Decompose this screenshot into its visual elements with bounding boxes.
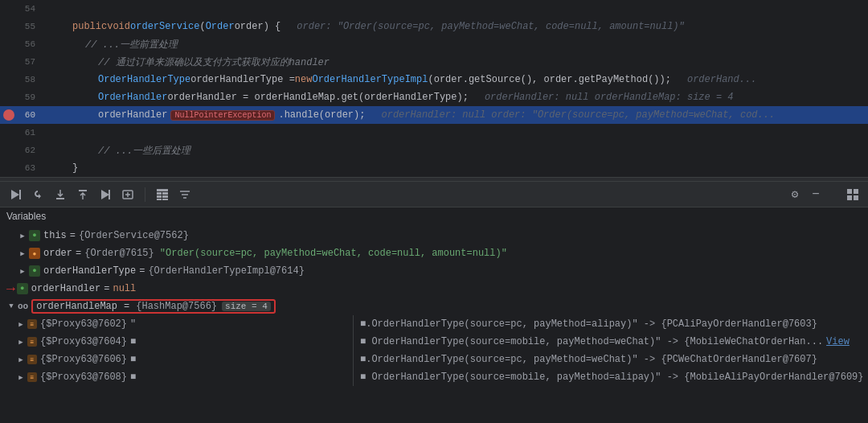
debug-toolbar: ⚙ − bbox=[0, 182, 868, 207]
map-entry-0[interactable]: ≡ {$Proxy63@7602} " bbox=[0, 315, 353, 333]
code-text: ( bbox=[199, 21, 205, 32]
entry-separator-3: ■ bbox=[130, 372, 136, 383]
comment-62: // ...一些后置处理 bbox=[98, 144, 190, 158]
map-entries-area: ≡ {$Proxy63@7602} " ≡ {$Proxy63@7604} ■ bbox=[0, 315, 868, 386]
svg-rect-7 bbox=[157, 189, 168, 191]
line-gutter-61: 61 bbox=[0, 128, 47, 138]
svg-rect-19 bbox=[847, 195, 852, 200]
entry-separator-1: ■ bbox=[130, 336, 136, 347]
run-to-cursor-icon bbox=[99, 188, 112, 201]
var-value-this: {OrderService@7562} bbox=[79, 230, 189, 241]
line-num-55: 55 bbox=[16, 22, 35, 31]
code-editor: 54 55 public void orderService ( Order o… bbox=[0, 0, 868, 177]
map-entry-3[interactable]: ≡ {$Proxy63@7608} ■ bbox=[0, 368, 353, 386]
run-to-cursor-button[interactable] bbox=[96, 186, 114, 203]
code-line-55: 55 public void orderService ( Order orde… bbox=[0, 18, 868, 35]
layout-icon bbox=[846, 188, 859, 201]
variables-panel: Variables ● this = {OrderService@7562} ●… bbox=[0, 207, 868, 423]
debug-hint-58: orderHand... bbox=[687, 74, 756, 85]
line-gutter-59: 59 bbox=[0, 92, 47, 102]
var-icon-order: ● bbox=[29, 248, 40, 259]
method-name: orderService bbox=[130, 21, 199, 32]
code-content-63: } bbox=[47, 162, 862, 174]
line-num-58: 58 bbox=[16, 75, 35, 84]
step-out-icon bbox=[76, 188, 89, 201]
var-icon-handlertype: ● bbox=[29, 265, 40, 277]
code-content-59: OrderHandler orderHandler = orderHandleM… bbox=[47, 92, 862, 103]
map-entries-left: ≡ {$Proxy63@7602} " ≡ {$Proxy63@7604} ■ bbox=[0, 315, 354, 386]
right-value-0: ■.OrderHandlerType(source=pc, payMethod=… bbox=[360, 318, 817, 330]
code-58-2: (order.getSource(), order.getPayMethod()… bbox=[428, 74, 670, 85]
svg-rect-10 bbox=[157, 195, 162, 198]
line-num-61: 61 bbox=[16, 128, 35, 138]
comment-56: // ...一些前置处理 bbox=[85, 38, 178, 51]
resume-button[interactable] bbox=[6, 186, 24, 203]
step-into-button[interactable] bbox=[51, 186, 69, 203]
code-content-62: // ...一些后置处理 bbox=[47, 144, 862, 158]
right-value-3: ■ OrderHandlerType(source=mobile, payMet… bbox=[360, 372, 864, 383]
entry-icon-2: ≡ bbox=[27, 355, 37, 364]
bottom-panel: ⚙ − Variables ● th bbox=[0, 182, 868, 423]
var-row-orderHandlerType[interactable]: ● orderHandlerType = {OrderHandlerTypeIm… bbox=[0, 262, 868, 280]
var-name-order: order bbox=[43, 248, 72, 259]
settings-button[interactable]: ⚙ bbox=[786, 186, 804, 203]
minimize-button[interactable]: − bbox=[807, 186, 825, 203]
var-row-this[interactable]: ● this = {OrderService@7562} bbox=[0, 227, 868, 244]
right-entry-3[interactable]: ■ OrderHandlerType(source=mobile, payMet… bbox=[354, 368, 868, 386]
svg-rect-11 bbox=[162, 195, 168, 198]
resume-icon bbox=[9, 188, 22, 201]
line-num-59: 59 bbox=[16, 92, 35, 102]
line-gutter-63: 63 bbox=[0, 163, 47, 173]
var-name-handler: orderHandler bbox=[31, 283, 100, 294]
var-value-order: {Order@7615} "Order(source=pc, payMethod… bbox=[84, 248, 507, 259]
entry-expand-0 bbox=[16, 319, 26, 329]
keyword-new-58: new bbox=[295, 74, 313, 85]
table-view-button[interactable] bbox=[154, 186, 171, 203]
expand-icon-order bbox=[18, 248, 27, 258]
code-59: orderHandler = orderHandleMap.get(orderH… bbox=[167, 92, 468, 103]
entry-key-1: {$Proxy63@7604} bbox=[40, 336, 127, 347]
var-row-orderHandleMap[interactable]: oo orderHandleMap = {HashMap@7566} size … bbox=[0, 298, 868, 315]
var-eq-handler: = bbox=[104, 283, 109, 294]
step-out-button[interactable] bbox=[74, 186, 92, 203]
evaluate-button[interactable] bbox=[119, 186, 137, 203]
comment-57: // 通过订单来源确以及支付方式获取对应的handler bbox=[98, 55, 330, 69]
svg-rect-2 bbox=[79, 190, 87, 191]
svg-rect-13 bbox=[162, 199, 168, 200]
brace-close: } bbox=[72, 162, 78, 174]
layout-button[interactable] bbox=[844, 186, 862, 203]
step-into-icon bbox=[54, 188, 67, 201]
var-icon-handler: ● bbox=[17, 283, 28, 294]
right-entry-2[interactable]: ■.OrderHandlerType(source=pc, payMethod=… bbox=[354, 351, 868, 368]
var-row-orderHandler[interactable]: → ● orderHandler = null bbox=[0, 280, 868, 298]
step-over-button[interactable] bbox=[29, 186, 47, 203]
line-gutter-57: 57 bbox=[0, 57, 47, 67]
code-line-54: 54 bbox=[0, 0, 868, 18]
var-row-order[interactable]: ● order = {Order@7615} "Order(source=pc,… bbox=[0, 244, 868, 262]
map-entries-right: ■.OrderHandlerType(source=pc, payMethod=… bbox=[354, 315, 868, 386]
sort-icon bbox=[178, 188, 191, 201]
variable-tree: ● this = {OrderService@7562} ● order = {… bbox=[0, 225, 868, 388]
view-link[interactable]: View bbox=[826, 336, 850, 347]
svg-rect-17 bbox=[847, 189, 852, 194]
keyword-void: void bbox=[107, 21, 130, 32]
code-line-60: 60 orderHandler NullPointerException .ha… bbox=[0, 106, 868, 124]
right-entry-1[interactable]: ■ OrderHandlerType(source=mobile, payMet… bbox=[354, 333, 868, 351]
map-entry-2[interactable]: ≡ {$Proxy63@7606} ■ bbox=[0, 351, 353, 368]
code-content-55: public void orderService ( Order order) … bbox=[47, 21, 862, 32]
entry-expand-2 bbox=[16, 355, 26, 364]
size-badge: size = 4 bbox=[222, 302, 271, 311]
param-name: order) { bbox=[235, 21, 281, 32]
code-line-58: 58 OrderHandlerType orderHandlerType = n… bbox=[0, 71, 868, 88]
orderhandlemap-container: oo orderHandleMap = {HashMap@7566} size … bbox=[0, 298, 868, 386]
sort-button[interactable] bbox=[176, 186, 194, 203]
svg-rect-18 bbox=[854, 189, 858, 194]
map-entry-1[interactable]: ≡ {$Proxy63@7604} ■ bbox=[0, 333, 353, 351]
right-entry-0[interactable]: ■.OrderHandlerType(source=pc, payMethod=… bbox=[354, 315, 868, 333]
param-type: Order bbox=[206, 21, 235, 32]
line-num-57: 57 bbox=[16, 57, 35, 67]
var-60: orderHandler bbox=[98, 109, 167, 121]
code-line-56: 56 // ...一些前置处理 bbox=[0, 35, 868, 53]
line-num-54: 54 bbox=[16, 4, 35, 14]
debug-hint-59: orderHandler: null orderHandleMap: size … bbox=[485, 92, 734, 103]
